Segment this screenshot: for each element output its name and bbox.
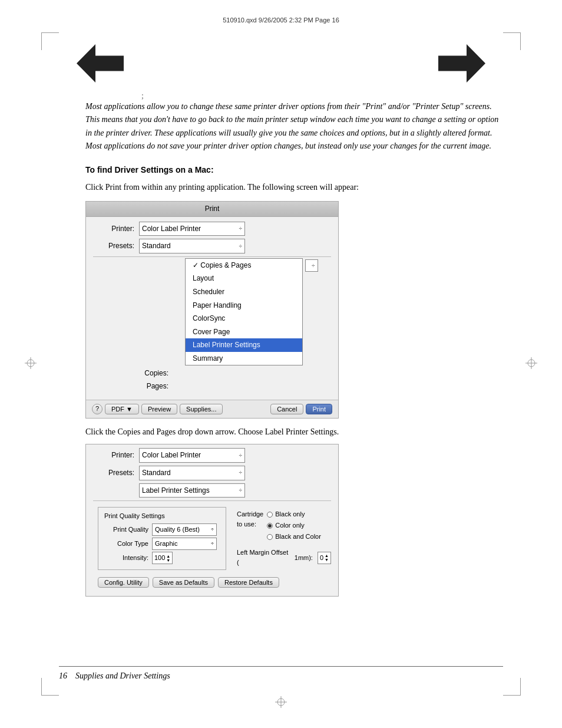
margin-stepper[interactable]: 0 ▲ ▼ [318, 552, 331, 564]
left-col: Print Quality Settings Print Quality Qua… [93, 503, 231, 574]
to-use-label: to use: [237, 519, 263, 529]
settings-printer-select[interactable]: Color Label Printer ÷ [139, 448, 245, 463]
printer-arrow: ÷ [239, 224, 243, 233]
next-arrow[interactable] [438, 44, 485, 83]
cancel-button[interactable]: Cancel [270, 404, 303, 414]
copies-pages-fields: Copies: Pages: [93, 368, 331, 394]
footer-title: Supplies and Driver Settings [75, 671, 170, 680]
main-content: Most applications allow you to change th… [85, 100, 503, 604]
pages-field-row: Pages: [139, 381, 173, 392]
printer-value: Color Label Printer [142, 223, 201, 235]
menu-item-copies-pages[interactable]: Copies & Pages [186, 259, 302, 272]
copies-pages-area: Copies: Pages: [139, 368, 173, 394]
restore-defaults-button[interactable]: Restore Defaults [218, 577, 279, 588]
menu-item-cover-page[interactable]: Cover Page [186, 325, 302, 339]
stepper-arrows[interactable]: ▲ ▼ [166, 554, 170, 562]
config-utility-button[interactable]: Config. Utility [98, 577, 149, 588]
menu-item-label-printer-settings[interactable]: Label Printer Settings [186, 338, 302, 352]
print-button[interactable]: Print [306, 404, 332, 414]
intensity-row: Intensity: 100 ▲ ▼ [104, 552, 220, 564]
footer: 16 Supplies and Driver Settings [59, 666, 503, 681]
radio-black-only-circle[interactable] [267, 512, 273, 518]
presets-arrow: ÷ [239, 242, 243, 251]
color-type-select[interactable]: Graphic ÷ [152, 538, 217, 550]
quality-cartridge-layout: Print Quality Settings Print Quality Qua… [93, 503, 331, 574]
menu-item-layout[interactable]: Layout [186, 272, 302, 285]
settings-dialog-body: Printer: Color Label Printer ÷ Presets: … [86, 444, 338, 596]
settings-dialog: Printer: Color Label Printer ÷ Presets: … [85, 444, 339, 597]
printer-row: Printer: Color Label Printer ÷ [93, 222, 331, 236]
printer-select[interactable]: Color Label Printer ÷ [139, 222, 245, 236]
margin-stepper-arrows[interactable]: ▲ ▼ [325, 554, 329, 562]
color-type-row: Color Type Graphic ÷ [104, 538, 220, 550]
cartridge-area: Cartridge to use: Black only [237, 509, 331, 543]
menu-item-paper-handling[interactable]: Paper Handling [186, 299, 302, 312]
copies-pages-section: Copies & Pages Layout Scheduler Paper Ha… [93, 259, 331, 366]
radio-black-and-color-label: Black and Color [275, 532, 321, 542]
menu-item-colorsync[interactable]: ColorSync [186, 312, 302, 325]
save-defaults-button[interactable]: Save as Defaults [153, 577, 214, 588]
right-col: Cartridge to use: Black only [237, 503, 331, 568]
reg-mark: ; [141, 91, 144, 101]
settings-printer-label: Printer: [93, 450, 134, 461]
presets-label: Presets: [93, 241, 134, 252]
print-quality-value: Quality 6 (Best) [155, 525, 200, 535]
color-type-value: Graphic [155, 539, 178, 549]
supplies-button[interactable]: Supplies... [180, 404, 223, 414]
dialog-buttons: ? PDF ▼ Preview Supplies... Cancel [86, 400, 338, 418]
print-quality-select[interactable]: Quality 6 (Best) ÷ [152, 523, 217, 536]
settings-divider [93, 500, 331, 501]
body-text-2: Click the Copies and Pages drop down arr… [85, 426, 503, 439]
crop-mark-br [503, 678, 521, 696]
intensity-value: 100 [154, 553, 165, 563]
header-bar: 510910.qxd 9/26/2005 2:32 PM Page 16 [59, 17, 503, 24]
radio-color-only-circle[interactable] [267, 523, 273, 529]
menu-item-scheduler[interactable]: Scheduler [186, 285, 302, 299]
settings-presets-value: Standard [142, 467, 171, 479]
pdf-button[interactable]: PDF ▼ [105, 404, 139, 414]
dialog-title: Print [205, 205, 220, 213]
color-type-label: Color Type [104, 539, 148, 549]
reg-cross-left [25, 357, 37, 371]
settings-printer-row: Printer: Color Label Printer ÷ [93, 448, 331, 463]
printer-label: Printer: [93, 223, 134, 235]
intensity-stepper[interactable]: 100 ▲ ▼ [152, 552, 173, 564]
presets-row: Presets: Standard ÷ [93, 239, 331, 253]
crop-mark-bl [41, 678, 59, 696]
menu-item-summary[interactable]: Summary [186, 352, 302, 365]
presets-select[interactable]: Standard ÷ [139, 239, 245, 253]
preview-button[interactable]: Preview [141, 404, 177, 414]
panel-select-arrow[interactable]: ÷ [305, 259, 318, 272]
group-title: Print Quality Settings [104, 511, 220, 521]
footer-page-number: 16 [59, 671, 67, 680]
copies-field-row: Copies: [139, 368, 173, 379]
reg-cross-right [525, 357, 537, 371]
prev-arrow[interactable] [77, 44, 124, 83]
section-heading: To find Driver Settings on a Mac: [85, 164, 503, 177]
label-settings-value: Label Printer Settings [142, 485, 210, 496]
radio-black-only: Black only [267, 509, 321, 519]
dialog-body: Printer: Color Label Printer ÷ Presets: … [86, 217, 338, 400]
settings-presets-select[interactable]: Standard ÷ [139, 466, 245, 480]
body-text-1: Click Print from within any printing app… [85, 181, 503, 194]
settings-presets-label: Presets: [93, 467, 134, 479]
print-quality-label: Print Quality [104, 525, 148, 535]
intensity-label: Intensity: [104, 553, 148, 563]
intro-paragraph: Most applications allow you to change th… [85, 100, 503, 153]
cartridge-labels: Cartridge to use: [237, 509, 263, 529]
settings-bottom-buttons: Config. Utility Save as Defaults Restore… [93, 574, 331, 592]
radio-color-only-label: Color only [275, 521, 305, 531]
pages-label: Pages: [139, 381, 168, 392]
dialog-titlebar: Print [86, 202, 338, 217]
print-quality-group: Print Quality Settings Print Quality Qua… [98, 507, 226, 570]
label-settings-select[interactable]: Label Printer Settings ÷ [139, 483, 245, 498]
select-indicator: ÷ [305, 259, 318, 272]
page: 510910.qxd 9/26/2005 2:32 PM Page 16 [0, 0, 562, 728]
settings-presets-row: Presets: Standard ÷ [93, 466, 331, 480]
help-button[interactable]: ? [92, 404, 103, 414]
reg-cross-bottom [275, 696, 287, 710]
margin-value: 0 [320, 553, 323, 563]
divider-1 [93, 256, 331, 257]
radio-black-and-color-circle[interactable] [267, 534, 273, 540]
left-margin-unit: 1mm): [295, 553, 313, 563]
